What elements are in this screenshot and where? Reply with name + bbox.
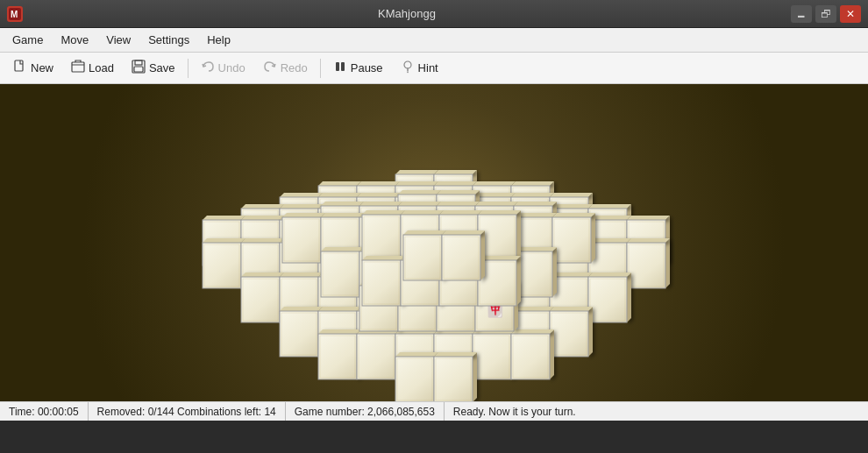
pause-button[interactable]: Pause xyxy=(325,56,391,80)
svg-point-10 xyxy=(407,72,409,74)
maximize-button[interactable]: 🗗 xyxy=(815,5,836,23)
undo-button[interactable]: Undo xyxy=(193,56,253,80)
load-icon xyxy=(71,60,85,76)
undo-label: Undo xyxy=(218,61,245,74)
hint-icon xyxy=(401,60,415,76)
separator-1 xyxy=(188,59,189,78)
svg-text:M: M xyxy=(11,10,18,19)
status-message: Ready. Now it is your turn. xyxy=(445,402,868,421)
new-label: New xyxy=(31,61,53,74)
close-button[interactable]: ✕ xyxy=(840,5,861,23)
pause-label: Pause xyxy=(351,61,383,74)
titlebar: M KMahjongg 🗕 🗗 ✕ xyxy=(0,0,868,28)
menu-game[interactable]: Game xyxy=(4,30,52,50)
status-game-number: Game number: 2,066,085,653 xyxy=(286,402,445,421)
svg-rect-5 xyxy=(135,60,142,65)
redo-icon xyxy=(263,60,277,76)
save-icon xyxy=(132,60,146,76)
save-label: Save xyxy=(149,61,175,74)
menubar: Game Move View Settings Help xyxy=(0,28,868,53)
status-removed: Removed: 0/144 Combinations left: 14 xyxy=(89,402,286,421)
undo-icon xyxy=(201,60,215,76)
window-controls: 🗕 🗗 ✕ xyxy=(791,5,861,23)
hint-button[interactable]: Hint xyxy=(393,56,446,80)
status-time: Time: 00:00:05 xyxy=(0,402,89,421)
redo-label: Redo xyxy=(281,61,308,74)
svg-rect-6 xyxy=(134,67,143,72)
svg-rect-8 xyxy=(341,62,345,71)
load-button[interactable]: Load xyxy=(63,56,122,80)
load-label: Load xyxy=(89,61,114,74)
new-button[interactable]: New xyxy=(5,56,61,80)
menu-help[interactable]: Help xyxy=(198,30,239,50)
menu-view[interactable]: View xyxy=(97,30,139,50)
save-button[interactable]: Save xyxy=(124,56,183,80)
new-icon xyxy=(13,60,27,76)
svg-rect-3 xyxy=(72,62,84,72)
statusbar: Time: 00:00:05 Removed: 0/144 Combinatio… xyxy=(0,401,868,421)
app-icon: M xyxy=(7,6,23,22)
pause-icon xyxy=(333,60,347,76)
game-area xyxy=(0,84,868,401)
hint-label: Hint xyxy=(418,61,438,74)
svg-rect-7 xyxy=(336,62,339,71)
menu-move[interactable]: Move xyxy=(52,30,97,50)
redo-button[interactable]: Redo xyxy=(255,56,316,80)
minimize-button[interactable]: 🗕 xyxy=(791,5,812,23)
window-title: KMahjongg xyxy=(23,7,791,20)
menu-settings[interactable]: Settings xyxy=(139,30,198,50)
toolbar: New Load Save Undo Redo Pause Hi xyxy=(0,53,868,84)
separator-2 xyxy=(320,59,321,78)
svg-rect-2 xyxy=(15,60,23,71)
game-board[interactable] xyxy=(0,84,868,401)
svg-point-9 xyxy=(404,61,411,68)
